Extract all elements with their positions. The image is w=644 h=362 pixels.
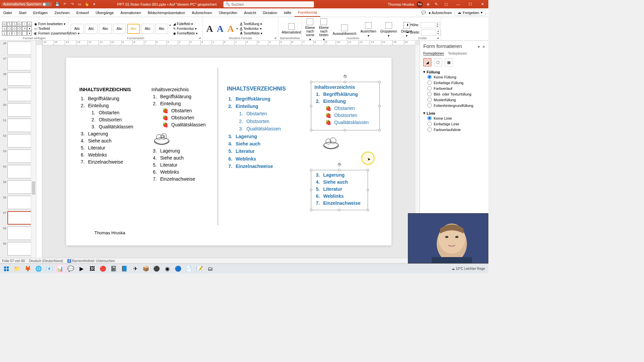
word-icon[interactable]: 📝 — [195, 264, 205, 273]
thumbnail-47[interactable]: 47 — [0, 56, 36, 71]
fill-line-icon[interactable]: ◢ — [423, 58, 431, 66]
text-fill-button[interactable]: A Textfüllung ▾ — [239, 22, 263, 26]
app-icon[interactable]: 📄 — [184, 264, 194, 273]
pane-close-icon[interactable]: ✕ — [482, 45, 485, 49]
fill-option[interactable]: Einfarbige Füllung — [423, 80, 485, 85]
line-option[interactable]: Keine Linie — [423, 115, 485, 121]
language[interactable]: Deutsch (Deutschland) — [29, 259, 63, 263]
width-spinner[interactable]: ▴▾ — [437, 29, 441, 36]
powerpoint-icon[interactable]: 📊 — [55, 264, 65, 273]
weather-widget[interactable]: ☁ 10°C Leichter Rege — [451, 267, 485, 270]
share-button[interactable]: ☁ Freigeben ▾ — [454, 9, 486, 16]
rotate-handle[interactable] — [343, 75, 347, 78]
app-icon[interactable]: 🗂 — [205, 264, 215, 273]
start-button[interactable] — [1, 264, 11, 273]
touch-icon[interactable]: 👆 — [84, 2, 90, 7]
ribbon-options-icon[interactable]: ▢ — [441, 0, 451, 8]
fill-header[interactable]: ▾Füllung — [423, 70, 485, 74]
app-icon[interactable]: 💬 — [66, 264, 76, 273]
width-input[interactable] — [421, 29, 436, 36]
shape-fill-button[interactable]: ◢ Fülleffekt ▾ — [172, 22, 199, 26]
tab-formoptionen[interactable]: Formoptionen — [423, 52, 444, 56]
toc-black-2[interactable]: Inhaltsverzeichnis 1.Begriffsklärung 2.E… — [152, 86, 215, 183]
onenote-icon[interactable]: 📓 — [109, 264, 119, 273]
selected-shape-1[interactable]: Inhaltsverzeichnis 1.Begriffsklärung 2.E… — [311, 82, 380, 130]
tab-ueberpruefen[interactable]: Überprüfen — [215, 8, 240, 17]
tab-bildschirmpraesentation[interactable]: Bildschirmpräsentation — [145, 8, 189, 17]
thumbnail-59[interactable]: 59 — [0, 241, 36, 256]
app-icon[interactable]: 🔴 — [98, 264, 108, 273]
fill-option[interactable]: Musterfüllung — [423, 97, 485, 103]
tab-dictation[interactable]: Dictation — [259, 8, 280, 17]
telegram-icon[interactable]: ✈ — [130, 264, 140, 273]
thumbnail-49[interactable]: 49 — [0, 87, 36, 102]
selected-shape-2[interactable]: 3.Lagerung 4.Siehe auch 5.Literatur 6.We… — [311, 170, 368, 210]
gallery-more-icon[interactable]: ▾ — [236, 27, 238, 30]
group-button[interactable]: Gruppieren▾ — [379, 21, 398, 38]
fill-option[interactable]: Keine Füllung — [423, 74, 485, 80]
wordart-gallery[interactable]: A A A ▾ — [205, 23, 238, 34]
scrollbar-handle[interactable] — [32, 181, 35, 195]
tab-start[interactable]: Start — [15, 8, 30, 17]
alttext-button[interactable]: Alternativtext — [280, 22, 303, 35]
size-props-icon[interactable]: ▦ — [445, 58, 453, 66]
dialog-launcher-icon[interactable]: ◢ — [274, 36, 277, 40]
preview-icon[interactable]: ▭ — [77, 2, 82, 7]
toggle-switch[interactable] — [43, 3, 50, 6]
qat-more-icon[interactable]: ▾ — [92, 2, 97, 7]
thumbnail-scrollbar[interactable] — [31, 41, 36, 258]
dialog-launcher-icon[interactable]: ◢ — [437, 36, 440, 40]
autosave-toggle[interactable]: Automatisches Speichern — [1, 2, 52, 6]
shape-effects-button[interactable]: ◉ Formeffekte ▾ — [172, 31, 199, 36]
tab-zeichnen[interactable]: Zeichnen — [51, 8, 73, 17]
tab-uebergaenge[interactable]: Übergänge — [92, 8, 117, 17]
slide-count[interactable]: Folie 57 von 60 — [2, 259, 25, 263]
thumbnail-55[interactable]: 55 — [0, 179, 36, 195]
thumbnail-58[interactable]: 58 — [0, 226, 36, 241]
shape-outline-button[interactable]: ✎ Formkontur ▾ — [172, 26, 199, 31]
search-box[interactable]: 🔍 Suchen — [223, 1, 314, 7]
selection-pane-button[interactable]: Auswahlbereich — [331, 24, 358, 36]
app-icon[interactable]: 📦 — [141, 264, 151, 273]
thumbnail-56[interactable]: 56 — [0, 195, 36, 210]
photos-icon[interactable]: 🖼 — [87, 264, 97, 273]
firefox-icon[interactable]: 🦊 — [23, 264, 33, 273]
text-effects-button[interactable]: A Texteffekte ▾ — [239, 31, 263, 36]
outlook-icon[interactable]: 📧 — [44, 264, 54, 273]
tab-aufzeichnen[interactable]: Aufzeichnen — [189, 8, 216, 17]
tab-datei[interactable]: Datei — [0, 8, 15, 17]
obs-icon[interactable]: ⚫ — [152, 264, 162, 273]
toc-blue[interactable]: INHALTSVERZEICHNIS 1.Begriffsklärung 2.E… — [227, 84, 291, 170]
minimize-button[interactable]: — — [453, 0, 463, 8]
vscode-icon[interactable]: 📘 — [119, 264, 129, 273]
toc-black-1[interactable]: INHALTSVERZEICHNIS 1.Begriffsklärung 2.E… — [79, 86, 147, 166]
rotate-handle[interactable] — [338, 163, 341, 166]
pen-icon[interactable]: ✎ — [433, 2, 439, 7]
thumbnail-54[interactable]: 54 — [0, 164, 36, 179]
fill-option[interactable]: Farbverlauf — [423, 85, 485, 91]
thumbnail-46[interactable]: 46 — [0, 41, 36, 56]
thumbnail-57[interactable]: 57 — [0, 210, 36, 226]
user-name[interactable]: Thomas Hruska — [388, 2, 414, 6]
undo-icon[interactable]: ↶ — [62, 2, 67, 7]
thumbnail-50[interactable]: 50 — [0, 102, 36, 118]
thumbnail-51[interactable]: 51 — [0, 118, 36, 133]
maximize-button[interactable]: ☐ — [466, 0, 475, 8]
tab-entwurf[interactable]: Entwurf — [73, 8, 92, 17]
redo-icon[interactable]: ↷ — [69, 2, 75, 7]
close-button[interactable]: ✕ — [478, 0, 487, 8]
tab-einfuegen[interactable]: Einfügen — [30, 8, 51, 17]
fill-option[interactable]: Folienhintergrundfüllung — [423, 103, 485, 108]
explorer-icon[interactable]: 📁 — [12, 264, 22, 273]
line-option[interactable]: Farbverlaufslinie — [423, 127, 485, 132]
tab-hilfe[interactable]: Hilfe — [280, 8, 294, 17]
tab-ansicht[interactable]: Ansicht — [240, 8, 259, 17]
tab-formformat[interactable]: Formformat — [294, 8, 320, 17]
save-icon[interactable]: 💾 — [55, 2, 60, 7]
slide[interactable]: INHALTSVERZEICHNIS 1.Begriffsklärung 2.E… — [66, 58, 391, 245]
thumbnail-48[interactable]: 48 — [0, 71, 36, 87]
dialog-launcher-icon[interactable]: ◢ — [199, 36, 202, 40]
thumbnail-52[interactable]: 52 — [0, 133, 36, 148]
height-spinner[interactable]: ▴▾ — [437, 22, 440, 28]
tab-animationen[interactable]: Animationen — [117, 8, 144, 17]
